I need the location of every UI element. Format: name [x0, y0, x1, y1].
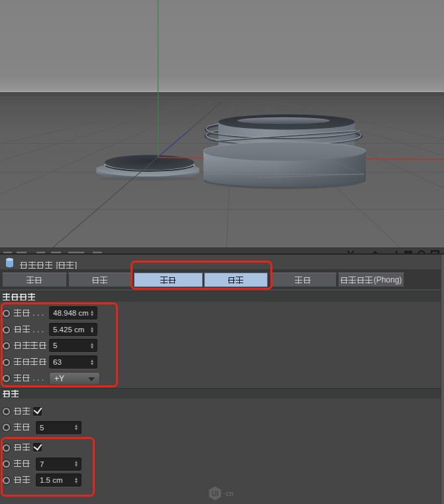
- svg-text:·cn: ·cn: [223, 489, 233, 497]
- svg-text:UI: UI: [211, 489, 219, 497]
